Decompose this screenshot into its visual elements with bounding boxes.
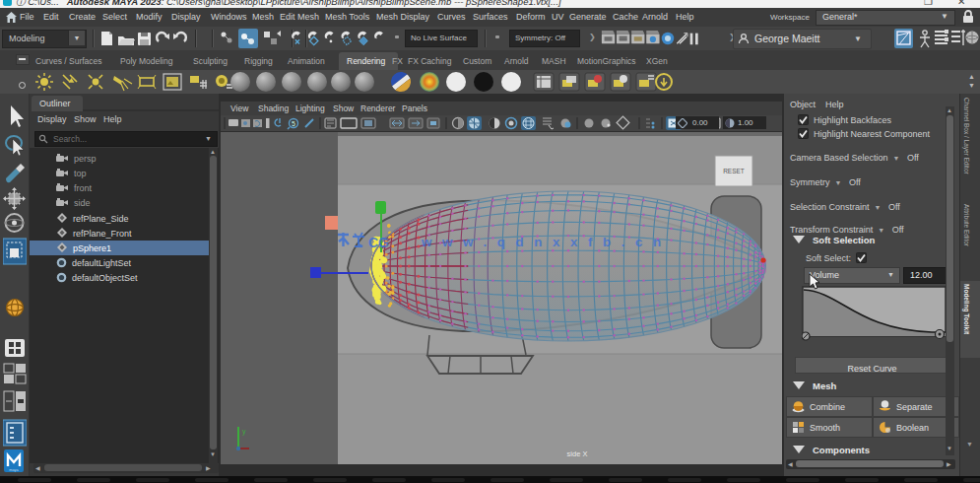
svg-text:maya: maya <box>9 468 19 472</box>
svg-text:www.qdnxxfb.cn: www.qdnxxfb.cn <box>421 235 672 249</box>
svg-text:RESET: RESET <box>723 168 745 174</box>
svg-text:side X: side X <box>567 449 588 458</box>
svg-text:CG: CG <box>368 235 389 250</box>
svg-text:5: 5 <box>292 120 295 127</box>
svg-text:y: y <box>242 428 246 436</box>
